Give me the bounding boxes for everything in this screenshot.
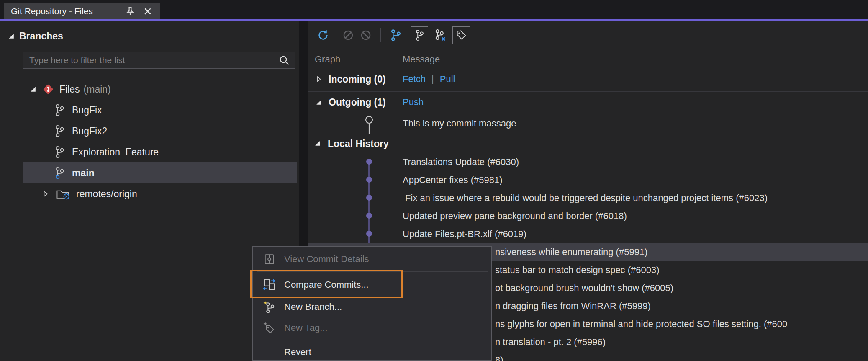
repository-icon bbox=[42, 83, 54, 95]
commit-message-partial: n translation - pt. 2 (#5996) bbox=[495, 337, 606, 348]
menu-item-new-branch[interactable]: New Branch... bbox=[253, 297, 491, 317]
local-history-collapse-icon[interactable] bbox=[315, 140, 321, 146]
tree-item-branch-bugfix[interactable]: BugFix bbox=[0, 100, 299, 121]
pull-button[interactable] bbox=[357, 26, 375, 44]
commit-row[interactable]: Update Files.pt-BR.xlf (#6019) bbox=[308, 225, 868, 243]
menu-separator bbox=[257, 340, 488, 340]
branch-icon bbox=[54, 146, 64, 158]
outgoing-label: Outgoing (1) bbox=[329, 97, 386, 108]
menu-item-label: New Tag... bbox=[284, 322, 328, 333]
remote-folder-icon bbox=[56, 188, 69, 200]
commit-message: Updated preview pane background and bord… bbox=[403, 211, 627, 222]
local-history-section-row[interactable]: Local History bbox=[308, 134, 868, 153]
commit-message-partial: 8) bbox=[495, 355, 503, 361]
outgoing-commit-row[interactable]: This is my commit massage bbox=[308, 113, 868, 134]
commit-message: Translations Update (#6030) bbox=[403, 157, 519, 168]
menu-item-label: Revert bbox=[284, 347, 311, 358]
branch-icon bbox=[54, 125, 64, 137]
commit-message: Update Files.pt-BR.xlf (#6019) bbox=[403, 229, 526, 240]
tree-item-repo[interactable]: Files(main) bbox=[0, 79, 299, 100]
new-tag-icon bbox=[262, 321, 277, 335]
tool-window-tab[interactable]: Git Repository - Files bbox=[4, 3, 160, 19]
commit-message: AppCenter fixes (#5981) bbox=[403, 175, 502, 186]
outgoing-section-row[interactable]: Outgoing (1) Push bbox=[308, 91, 868, 113]
column-header-graph[interactable]: Graph bbox=[315, 54, 340, 65]
commit-message: Fix an issue where a rebuild would be tr… bbox=[403, 193, 768, 204]
branch-filter-box[interactable] bbox=[23, 52, 295, 69]
outgoing-actions: Push bbox=[403, 97, 424, 108]
repo-label: Files(main) bbox=[59, 84, 111, 95]
refresh-button[interactable] bbox=[314, 26, 332, 44]
incoming-expand-icon[interactable] bbox=[316, 76, 322, 82]
repo-current-branch: (main) bbox=[84, 84, 111, 95]
branches-collapse-icon[interactable] bbox=[8, 33, 14, 39]
tree-item-remotes-origin[interactable]: remotes/origin bbox=[0, 183, 299, 204]
tree-item-branch-bugfix2[interactable]: BugFix2 bbox=[0, 121, 299, 142]
current-branch-icon bbox=[54, 167, 64, 179]
fetch-button[interactable] bbox=[339, 26, 357, 44]
show-tags-toggle[interactable] bbox=[452, 26, 470, 44]
menu-item-label: View Commit Details bbox=[284, 254, 369, 265]
branch-label: BugFix2 bbox=[72, 126, 107, 137]
repo-collapse-icon[interactable] bbox=[30, 86, 36, 92]
branch-filter-input[interactable] bbox=[23, 55, 279, 65]
branch-label: main bbox=[72, 168, 95, 179]
branch-icon bbox=[54, 104, 64, 116]
outgoing-commit-message: This is my commit massage bbox=[403, 118, 516, 129]
menu-item-revert[interactable]: Revert bbox=[253, 342, 491, 361]
commit-message-partial: ot background brush wouldn't show (#6005… bbox=[495, 283, 673, 294]
commit-row[interactable]: Translations Update (#6030) bbox=[308, 153, 868, 171]
commit-row[interactable]: Updated preview pane background and bord… bbox=[308, 207, 868, 225]
incoming-section-row[interactable]: Incoming (0) Fetch | Pull bbox=[308, 67, 868, 91]
commit-row[interactable]: Fix an issue where a rebuild would be tr… bbox=[308, 189, 868, 207]
search-icon bbox=[279, 55, 290, 66]
compare-commits-annotation bbox=[250, 270, 403, 298]
show-branches-toggle[interactable] bbox=[411, 26, 428, 44]
context-menu: View Commit Details Compare Commits... N… bbox=[252, 246, 492, 361]
new-branch-icon bbox=[262, 300, 277, 314]
menu-item-view-commit-details[interactable]: View Commit Details bbox=[253, 249, 491, 270]
history-toolbar bbox=[314, 24, 470, 46]
menu-item-new-tag[interactable]: New Tag... bbox=[253, 317, 491, 338]
branches-section-title: Branches bbox=[19, 31, 63, 42]
close-icon[interactable] bbox=[142, 6, 153, 17]
outgoing-collapse-icon[interactable] bbox=[316, 99, 322, 105]
link-separator: | bbox=[431, 74, 434, 85]
revert-icon bbox=[262, 345, 277, 359]
pin-icon[interactable] bbox=[125, 6, 136, 17]
incoming-label: Incoming (0) bbox=[329, 74, 386, 85]
commit-row[interactable]: AppCenter fixes (#5981) bbox=[308, 171, 868, 189]
tab-title: Git Repository - Files bbox=[11, 6, 118, 16]
outgoing-commit-pin-icon bbox=[363, 114, 375, 137]
tree-item-branch-exploration-feature[interactable]: Exploration_Feature bbox=[0, 142, 299, 162]
git-repository-window: Git Repository - Files Branches bbox=[0, 0, 868, 361]
toolbar-separator bbox=[380, 28, 381, 42]
commit-message-partial: status bar to match design spec (#6003) bbox=[495, 265, 660, 276]
fetch-link[interactable]: Fetch bbox=[403, 74, 426, 85]
hide-remote-branches-toggle[interactable] bbox=[431, 26, 449, 44]
commit-message-partial: n dragging files from WinRAR (#5999) bbox=[495, 301, 651, 312]
push-link[interactable]: Push bbox=[403, 97, 424, 108]
commit-details-icon bbox=[262, 252, 277, 266]
branch-label: Exploration_Feature bbox=[72, 147, 159, 158]
local-history-label: Local History bbox=[328, 138, 389, 149]
incoming-actions: Fetch | Pull bbox=[403, 74, 455, 85]
remotes-expand-icon[interactable] bbox=[43, 191, 49, 197]
view-graph-button[interactable] bbox=[387, 26, 405, 44]
commit-message-partial: nsiveness while enumerating (#5991) bbox=[495, 247, 647, 258]
column-header-message[interactable]: Message bbox=[403, 54, 440, 65]
remotes-label: remotes/origin bbox=[76, 188, 137, 200]
commit-message-partial: ns glyphs for open in terminal and hide … bbox=[495, 319, 787, 330]
pull-link[interactable]: Pull bbox=[440, 74, 455, 85]
menu-item-label: New Branch... bbox=[284, 302, 342, 312]
repo-name: Files bbox=[59, 84, 80, 95]
tree-item-branch-main[interactable]: main bbox=[0, 162, 299, 183]
branch-label: BugFix bbox=[72, 105, 102, 116]
